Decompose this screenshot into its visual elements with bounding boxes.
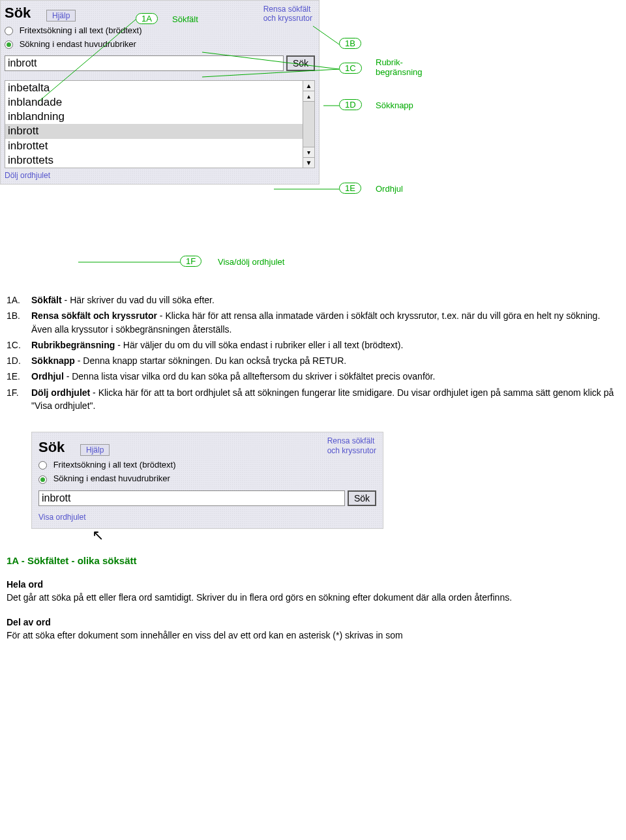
radio-icon	[5, 27, 13, 35]
radio-fulltext-row[interactable]: Fritextsökning i all text (brödtext)	[5, 25, 315, 35]
callout-1e-label: Ordhjul	[376, 184, 403, 194]
def-row: 1A.Sökfält - Här skriver du vad du vill …	[7, 293, 619, 307]
list-item[interactable]: inblandning	[5, 110, 314, 124]
scroll-up-double-icon[interactable]: ▴	[303, 91, 314, 102]
scroll-down-double-icon[interactable]: ▾	[303, 147, 314, 157]
list-item[interactable]: inbrottet	[5, 139, 314, 153]
callout-1a-label: Sökfält	[172, 14, 198, 24]
para-partial-words: Del av ord För att söka efter dokument s…	[7, 616, 619, 642]
search-button[interactable]: Sök	[348, 490, 376, 506]
panel-title: Sök	[38, 439, 65, 456]
callout-1d: 1D	[339, 99, 362, 110]
reset-line2: och kryssrutor	[263, 14, 312, 23]
show-wordwheel-link[interactable]: Visa ordhjulet	[38, 513, 86, 522]
help-button[interactable]: Hjälp	[80, 444, 110, 456]
def-row: 1B.Rensa sökfält och kryssrutor - Klicka…	[7, 309, 619, 336]
list-item-selected[interactable]: inbrott	[5, 124, 314, 138]
callout-1c-label: Rubrik- begränsning	[376, 57, 423, 77]
reset-link[interactable]: Rensa sökfält och kryssrutor	[327, 436, 376, 455]
callout-1d-label: Sökknapp	[376, 100, 413, 110]
scroll-down-icon[interactable]: ▼	[303, 157, 314, 168]
radio-headings-label: Sökning i endast huvudrubriker	[53, 473, 170, 483]
section-heading: 1A - Sökfältet - olika söksätt	[7, 555, 619, 566]
hide-wordwheel-link[interactable]: Dölj ordhjulet	[5, 171, 50, 180]
def-row: 1C.Rubrikbegränsning - Här väljer du om …	[7, 338, 619, 352]
definitions-list: 1A.Sökfält - Här skriver du vad du vill …	[7, 293, 619, 412]
radio-fulltext-row[interactable]: Fritextsökning i all text (brödtext)	[38, 460, 376, 470]
panel-title: Sök	[5, 5, 31, 22]
wordwheel-scrollbar[interactable]: ▲ ▴ ▾ ▼	[303, 81, 314, 168]
help-button[interactable]: Hjälp	[46, 10, 76, 22]
radio-icon	[5, 40, 13, 49]
radio-headings-label: Sökning i endast huvudrubriker	[20, 39, 136, 49]
search-button[interactable]: Sök	[286, 55, 315, 71]
radio-icon	[38, 475, 47, 484]
radio-icon	[38, 461, 47, 470]
list-item[interactable]: inbetalta	[5, 81, 314, 95]
callout-1e: 1E	[339, 183, 361, 194]
reset-link[interactable]: Rensa sökfält och kryssrutor	[263, 5, 312, 23]
reset-line1: Rensa sökfält	[263, 5, 311, 14]
scroll-up-icon[interactable]: ▲	[303, 81, 314, 91]
radio-fulltext-label: Fritextsökning i all text (brödtext)	[53, 460, 176, 470]
wordwheel-list[interactable]: inbetalta inblandade inblandning inbrott…	[5, 80, 315, 168]
def-row: 1D.Sökknapp - Denna knapp startar söknin…	[7, 354, 619, 367]
callout-1b: 1B	[339, 38, 361, 49]
callout-1f: 1F	[180, 256, 201, 267]
callout-1a: 1A	[136, 13, 158, 24]
list-item[interactable]: inblandade	[5, 95, 314, 110]
radio-fulltext-label: Fritextsökning i all text (brödtext)	[20, 25, 142, 35]
def-row: 1F.Dölj ordhjulet - Klicka här för att t…	[7, 386, 619, 413]
callout-1f-label: Visa/dölj ordhjulet	[218, 257, 284, 267]
list-item[interactable]: inbrottets	[5, 153, 314, 168]
callout-1c: 1C	[339, 63, 362, 74]
para-whole-words: Hela ord Det går att söka på ett eller f…	[7, 578, 619, 605]
search-panel-collapsed: Sök Hjälp Rensa sökfält och kryssrutor F…	[31, 432, 383, 528]
def-row: 1E.Ordhjul - Denna lista visar vilka ord…	[7, 370, 619, 383]
radio-headings-row[interactable]: Sökning i endast huvudrubriker	[38, 473, 376, 483]
search-panel-annotated: Sök Hjälp Rensa sökfält och kryssrutor F…	[0, 0, 320, 185]
search-input[interactable]	[38, 490, 345, 506]
radio-headings-row[interactable]: Sökning i endast huvudrubriker	[5, 39, 315, 49]
cursor-icon: ↖	[92, 527, 104, 544]
search-input[interactable]	[5, 55, 284, 71]
